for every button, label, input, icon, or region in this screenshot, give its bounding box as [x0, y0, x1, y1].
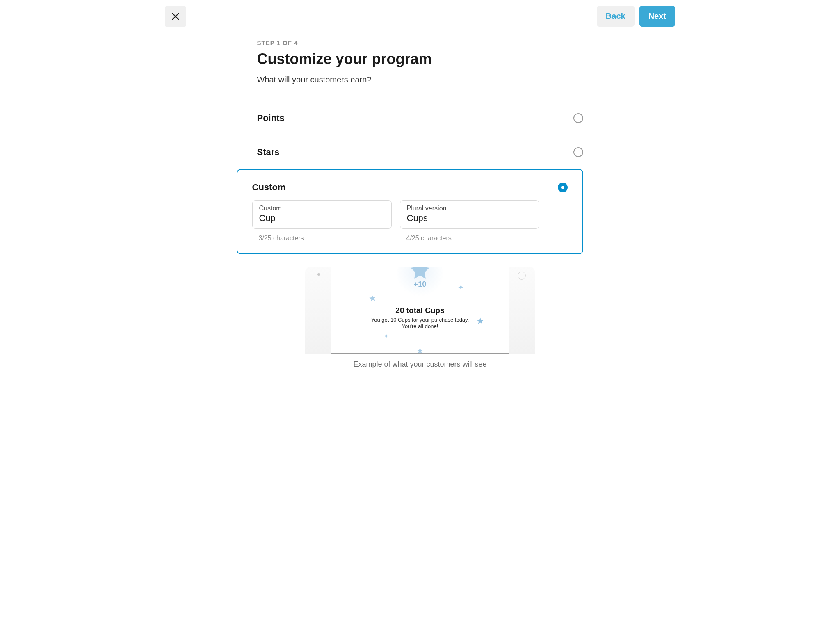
custom-singular-label: Custom	[259, 205, 385, 212]
content-column: STEP 1 OF 4 Customize your program What …	[257, 39, 583, 369]
radio-custom[interactable]	[558, 183, 568, 192]
preview-screen: +10 ★ ✦ ★ ★ ✦ 20 total Cups You got 10 C…	[331, 267, 509, 354]
preview-device: +10 ★ ✦ ★ ★ ✦ 20 total Cups You got 10 C…	[305, 267, 535, 354]
star-icon	[409, 267, 431, 281]
sparkle-icon: ✦	[383, 332, 389, 340]
close-icon	[171, 12, 180, 21]
custom-plural-label: Plural version	[407, 205, 532, 212]
sparkle-icon: ★	[368, 292, 378, 304]
option-points[interactable]: Points	[257, 101, 583, 135]
preview-line1: You got 10 Cups for your purchase today.	[331, 317, 509, 323]
option-stars-label: Stars	[257, 147, 280, 158]
sparkle-icon: ★	[416, 346, 424, 354]
close-button[interactable]	[165, 6, 186, 27]
step-label: STEP 1 OF 4	[257, 39, 583, 46]
next-button[interactable]: Next	[639, 6, 675, 27]
option-points-label: Points	[257, 113, 285, 123]
preview-section: +10 ★ ✦ ★ ★ ✦ 20 total Cups You got 10 C…	[257, 267, 583, 369]
preview-title: 20 total Cups	[331, 306, 509, 315]
custom-plural-charcount: 4/25 characters	[400, 235, 539, 242]
page-subtitle: What will your customers earn?	[257, 75, 583, 84]
option-custom[interactable]: Custom	[252, 182, 568, 193]
custom-singular-charcount: 3/25 characters	[252, 235, 392, 242]
custom-singular-field: Custom	[252, 200, 392, 229]
radio-points[interactable]	[573, 113, 583, 123]
preview-burst-label: +10	[414, 280, 427, 289]
custom-plural-input[interactable]	[407, 213, 532, 224]
header-bar: Back Next	[165, 6, 675, 27]
preview-line2: You're all done!	[331, 323, 509, 329]
option-stars[interactable]: Stars	[257, 135, 583, 169]
custom-plural-field: Plural version	[400, 200, 539, 229]
option-custom-card: Custom Custom 3/25 characters Plural ver…	[237, 169, 583, 254]
option-custom-label: Custom	[252, 182, 286, 193]
custom-singular-input[interactable]	[259, 213, 385, 224]
page-title: Customize your program	[257, 50, 583, 68]
preview-caption: Example of what your customers will see	[353, 360, 486, 369]
radio-stars[interactable]	[573, 147, 583, 157]
back-button[interactable]: Back	[597, 6, 635, 27]
sparkle-icon: ✦	[458, 283, 464, 292]
